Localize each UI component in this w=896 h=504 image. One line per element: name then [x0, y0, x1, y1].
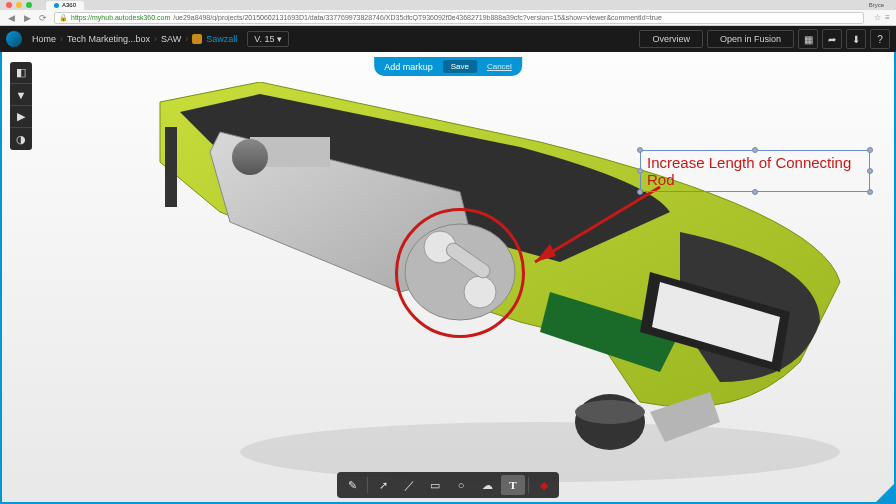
chevron-right-icon: › [154, 34, 157, 44]
markup-action-bar: Add markup Save Cancel [374, 57, 522, 76]
url-path: /ue29a8498/g/projects/20150602131693D1/d… [173, 14, 662, 21]
menu-icon[interactable]: ≡ [885, 13, 890, 22]
browser-profile-label[interactable]: Bryce [869, 2, 890, 8]
resize-handle[interactable] [637, 147, 643, 153]
breadcrumb-project[interactable]: Tech Marketing...box [67, 34, 150, 44]
tab-title: A360 [62, 2, 76, 8]
save-button[interactable]: Save [443, 60, 477, 73]
markup-text-content: Increase Length of Connecting Rod [647, 154, 851, 188]
add-markup-label[interactable]: Add markup [384, 62, 433, 72]
version-dropdown[interactable]: V. 15 ▾ [247, 31, 289, 47]
download-icon[interactable]: ⬇ [846, 29, 866, 49]
play-tool-icon[interactable]: ▶ [10, 106, 32, 128]
chevron-down-icon: ▾ [277, 34, 282, 44]
breadcrumb-file[interactable]: Sawzall [206, 34, 237, 44]
svg-point-8 [575, 400, 645, 424]
pencil-tool-icon[interactable]: ✎ [340, 475, 364, 495]
breadcrumb-home[interactable]: Home [32, 34, 56, 44]
overview-button[interactable]: Overview [639, 30, 703, 48]
markup-toolbar: ✎ ➚ ／ ▭ ○ ☁ T ◆ [337, 472, 559, 498]
reload-button[interactable]: ⟳ [38, 13, 48, 23]
window-close-icon[interactable] [6, 2, 12, 8]
resize-handle[interactable] [637, 168, 643, 174]
svg-rect-1 [250, 137, 330, 167]
circle-tool-icon[interactable]: ○ [449, 475, 473, 495]
resize-handle[interactable] [752, 147, 758, 153]
resize-handle[interactable] [637, 189, 643, 195]
browser-tab[interactable]: A360 [46, 1, 84, 10]
app-header: Home › Tech Marketing...box › SAW › Sawz… [0, 26, 896, 52]
version-label: V. 15 [254, 34, 274, 44]
color-picker-icon[interactable]: ◆ [532, 475, 556, 495]
viewer-left-toolbar: ◧ ▼ ▶ ◑ [10, 62, 32, 150]
flashlight-tool-icon[interactable]: ▼ [10, 84, 32, 106]
rectangle-tool-icon[interactable]: ▭ [423, 475, 447, 495]
markup-arrow[interactable] [520, 182, 670, 272]
resize-handle[interactable] [752, 189, 758, 195]
line-tool-icon[interactable]: ／ [397, 475, 421, 495]
markup-circle[interactable] [395, 208, 525, 338]
model-viewport[interactable]: Increase Length of Connecting Rod Add ma… [0, 52, 896, 504]
svg-marker-11 [535, 244, 556, 262]
share-icon[interactable]: ➦ [822, 29, 842, 49]
svg-rect-9 [165, 127, 177, 207]
breadcrumb-folder[interactable]: SAW [161, 34, 181, 44]
cube-tool-icon[interactable]: ◧ [10, 62, 32, 84]
forward-button[interactable]: ▶ [22, 13, 32, 23]
lock-icon: 🔒 [59, 14, 68, 22]
bookmark-icon[interactable]: ☆ [874, 13, 881, 22]
grid-icon[interactable]: ▦ [798, 29, 818, 49]
resize-handle[interactable] [867, 189, 873, 195]
url-host: https://myhub.autodesk360.com [71, 14, 170, 21]
window-minimize-icon[interactable] [16, 2, 22, 8]
resize-handle[interactable] [867, 168, 873, 174]
resize-handle[interactable] [867, 147, 873, 153]
settings-tool-icon[interactable]: ◑ [10, 128, 32, 150]
arrow-tool-icon[interactable]: ➚ [371, 475, 395, 495]
text-tool-button[interactable]: T [501, 475, 525, 495]
browser-tab-strip: A360 Bryce [0, 0, 896, 10]
chevron-right-icon: › [60, 34, 63, 44]
markup-text-box[interactable]: Increase Length of Connecting Rod [640, 150, 870, 192]
file-icon [192, 34, 202, 44]
back-button[interactable]: ◀ [6, 13, 16, 23]
a360-logo-icon[interactable] [6, 31, 22, 47]
svg-line-10 [535, 187, 660, 262]
chevron-right-icon: › [185, 34, 188, 44]
help-icon[interactable]: ? [870, 29, 890, 49]
svg-point-2 [232, 139, 268, 175]
cancel-link[interactable]: Cancel [487, 62, 512, 71]
cloud-tool-icon[interactable]: ☁ [475, 475, 499, 495]
browser-toolbar: ◀ ▶ ⟳ 🔒 https://myhub.autodesk360.com /u… [0, 10, 896, 26]
svg-point-7 [575, 394, 645, 450]
open-in-fusion-button[interactable]: Open in Fusion [707, 30, 794, 48]
tab-favicon-icon [54, 3, 59, 8]
address-bar[interactable]: 🔒 https://myhub.autodesk360.com /ue29a84… [54, 12, 864, 24]
window-zoom-icon[interactable] [26, 2, 32, 8]
send-corner-icon[interactable] [874, 482, 896, 504]
